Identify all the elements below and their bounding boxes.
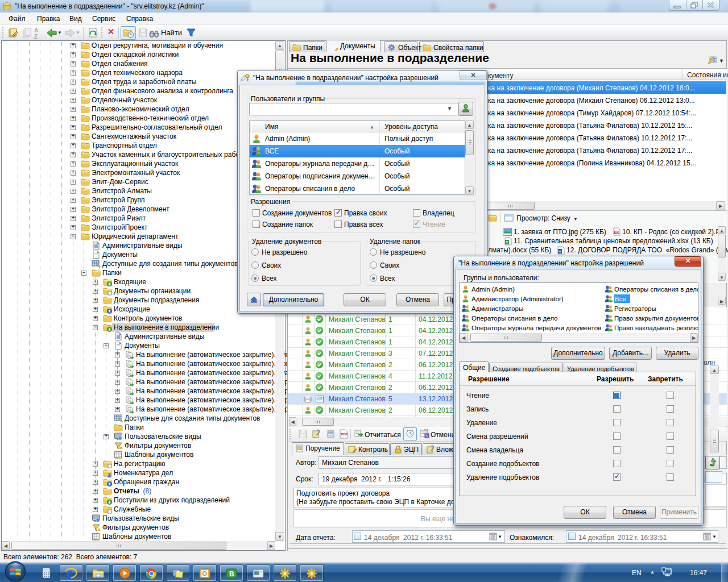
svg-text:O: O — [202, 570, 208, 577]
svg-text:PDF: PDF — [615, 231, 620, 234]
svg-text:PDF: PDF — [341, 433, 348, 436]
svg-text:B: B — [229, 570, 234, 578]
